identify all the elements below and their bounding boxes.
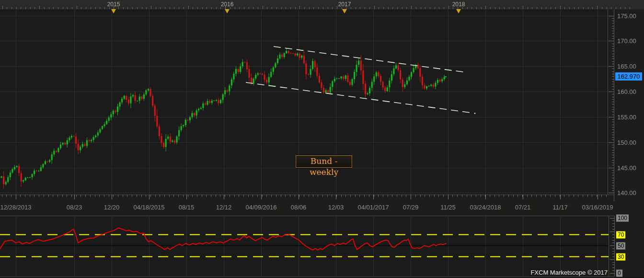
panel-splitter[interactable]: [0, 212, 644, 216]
date-axis-label: 04/18/2015: [133, 204, 164, 210]
date-axis-label: 12/20: [104, 204, 120, 210]
chart-window: 2015201620172018 175.00170.00165.00160.0…: [0, 0, 644, 278]
rsi-axis-label: 70: [616, 231, 625, 238]
instrument-label[interactable]: Bund -weekly: [296, 155, 352, 168]
date-axis-label: 03/24/2018: [470, 204, 501, 210]
date-axis-label: 11/25: [440, 204, 456, 210]
year-label: 2016: [221, 1, 234, 8]
date-axis-label: 07/21: [515, 204, 531, 210]
date-axis-label: 03/16/2019: [582, 204, 613, 210]
date-axis-label: 08/15: [179, 204, 195, 210]
price-axis-label: 160.00: [617, 89, 636, 95]
date-axis-label: 04/01/2017: [357, 204, 389, 210]
year-marker-triangle-icon: [456, 9, 461, 13]
year-label: 2015: [107, 1, 120, 8]
date-axis-label: 12/12: [216, 204, 232, 210]
price-axis-label: 140.00: [617, 190, 636, 196]
price-axis-label: 155.00: [617, 114, 636, 120]
date-axis-label: 08/06: [291, 204, 307, 210]
price-axis-label: 165.00: [617, 63, 636, 70]
rsi-axis-label: 0: [616, 270, 622, 277]
rsi-axis-label: 50: [616, 242, 625, 249]
price-axis-label: 175.00: [617, 13, 636, 19]
price-axis-label: 145.00: [617, 165, 636, 171]
date-axis-label: 12/03: [328, 204, 344, 210]
rsi-axis-label: 30: [616, 253, 625, 260]
date-axis-label: 11/17: [552, 204, 568, 210]
date-axis-label: 12/28/2013: [0, 204, 31, 210]
year-label: 2017: [338, 1, 351, 8]
year-label: 2018: [452, 1, 465, 8]
watermark-text: FXCM Marketscope © 2017: [530, 269, 608, 276]
price-axis-label: 170.00: [617, 38, 636, 44]
date-axis-label: 08/23: [67, 204, 82, 210]
chart-canvas[interactable]: [0, 0, 644, 278]
last-price-tag: 162.970: [615, 72, 642, 81]
date-axis-label: 07/29: [403, 204, 419, 210]
date-axis-label: 04/09/2016: [245, 204, 276, 210]
year-marker-triangle-icon: [111, 9, 116, 13]
year-marker-triangle-icon: [342, 9, 347, 13]
price-axis-label: 150.00: [617, 139, 636, 146]
year-marker-triangle-icon: [225, 9, 230, 13]
